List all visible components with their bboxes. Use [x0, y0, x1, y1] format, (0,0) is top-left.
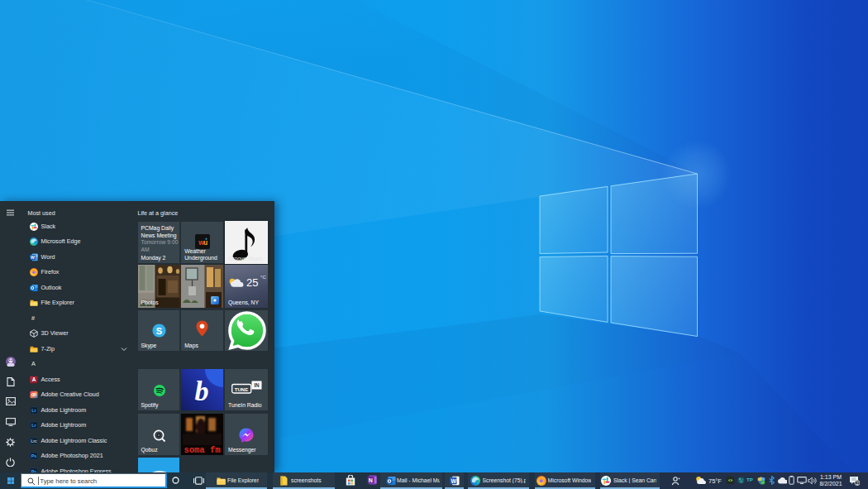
svg-text:N: N	[368, 477, 372, 483]
svg-text:u: u	[203, 238, 207, 247]
svg-text:S: S	[155, 325, 161, 335]
svg-text:IN: IN	[254, 382, 260, 388]
svg-text:Lr: Lr	[31, 408, 36, 413]
svg-text:b: b	[195, 376, 209, 406]
svg-text:A: A	[32, 376, 36, 382]
svg-text:Ps: Ps	[31, 453, 37, 458]
svg-text:W: W	[451, 478, 457, 484]
svg-text:Lr: Lr	[31, 423, 36, 428]
svg-text:W: W	[31, 255, 35, 260]
svg-text:soma fm: soma fm	[184, 445, 221, 455]
svg-text:Lrc: Lrc	[31, 439, 37, 443]
svg-text:TUNE: TUNE	[235, 386, 248, 391]
svg-text:2: 2	[856, 481, 858, 486]
